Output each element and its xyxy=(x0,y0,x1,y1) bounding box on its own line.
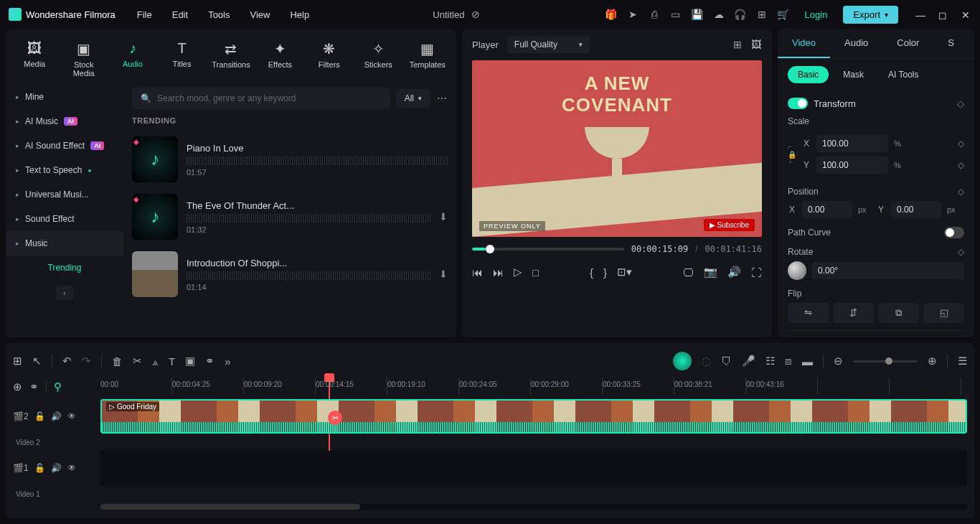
frame-icon[interactable]: ▣ xyxy=(185,355,195,368)
lock-icon[interactable]: 🔓 xyxy=(34,463,45,473)
undo-icon[interactable]: ↶ xyxy=(62,355,72,368)
lock-icon[interactable]: 🔓 xyxy=(34,411,45,421)
headphones-icon[interactable]: 🎧 xyxy=(735,9,746,20)
tab-video[interactable]: Video xyxy=(778,29,830,58)
cut-marker-icon[interactable]: ✂ xyxy=(328,411,342,425)
tab-audio[interactable]: ♪Audio xyxy=(110,36,156,82)
link-scale-icon[interactable]: ⌐🔒└ xyxy=(788,143,796,167)
tab-templates[interactable]: ▦Templates xyxy=(405,36,451,82)
next-frame-icon[interactable]: ⏭ xyxy=(493,266,504,279)
subtab-basic[interactable]: Basic xyxy=(788,66,829,83)
menu-view[interactable]: View xyxy=(250,9,270,20)
mark-in-icon[interactable]: { xyxy=(590,266,593,279)
zoom-in-icon[interactable]: ⊕ xyxy=(928,355,937,368)
more-tools-icon[interactable]: » xyxy=(225,355,230,368)
save-icon[interactable]: 💾 xyxy=(692,9,703,20)
apps-icon[interactable]: ⊞ xyxy=(756,9,768,20)
volume-icon[interactable]: 🔊 xyxy=(727,266,741,279)
category-aimusic[interactable]: ▸AI MusicAI xyxy=(6,109,123,134)
device-icon[interactable]: ⎙ xyxy=(649,9,660,20)
marker-icon[interactable]: ◌ xyxy=(702,355,711,368)
scale-y-input[interactable] xyxy=(816,156,888,174)
audio-item[interactable]: ◆♪Piano In Love01:57 xyxy=(132,131,448,188)
tab-titles[interactable]: TTitles xyxy=(159,36,204,82)
tab-media[interactable]: 🖼Media xyxy=(11,36,57,82)
cloud-icon[interactable]: ☁ xyxy=(713,9,725,20)
menu-file[interactable]: File xyxy=(137,9,152,20)
filter-dropdown[interactable]: All▾ xyxy=(396,89,430,108)
zoom-out-icon[interactable]: ⊖ xyxy=(834,355,843,368)
record-icon[interactable]: ⧇ xyxy=(785,355,792,368)
fullscreen-icon[interactable]: ⛶ xyxy=(751,266,762,279)
pos-y-input[interactable] xyxy=(891,201,941,218)
scale-x-input[interactable] xyxy=(816,135,888,152)
tab-transitions[interactable]: ⇄Transitions xyxy=(208,36,254,82)
tab-more[interactable]: S xyxy=(933,29,969,58)
keyframe-icon[interactable]: ◇ xyxy=(957,98,964,109)
category-universalmusi[interactable]: ▸Universal Musi... xyxy=(6,182,123,207)
close-icon[interactable]: ✕ xyxy=(961,9,971,19)
rotate-input[interactable] xyxy=(812,262,964,279)
cc-icon[interactable]: ▬ xyxy=(802,355,813,368)
video-track-icon[interactable]: 🎬1 xyxy=(13,463,29,473)
cart-icon[interactable]: 🛒 xyxy=(778,9,789,20)
list-icon[interactable]: ☰ xyxy=(958,355,967,368)
category-soundeffect[interactable]: ▸Sound Effect xyxy=(6,207,123,231)
category-aisoundeffect[interactable]: ▸AI Sound EffectAI xyxy=(6,134,123,158)
track-body[interactable] xyxy=(100,451,967,485)
menu-tools[interactable]: Tools xyxy=(208,9,230,20)
cut-icon[interactable]: ✂ xyxy=(133,355,142,368)
subtab-aitools[interactable]: AI Tools xyxy=(878,66,928,83)
track-body[interactable]: ▷ Good Friday ✂ xyxy=(100,399,967,434)
snapshot-icon[interactable]: 📷 xyxy=(704,266,717,279)
scrub-bar[interactable] xyxy=(472,248,624,251)
keyframe-icon[interactable]: ◇ xyxy=(958,160,964,170)
visibility-icon[interactable]: 👁 xyxy=(67,463,76,473)
video-track-icon[interactable]: 🎬2 xyxy=(13,411,29,421)
trending-link[interactable]: Trending xyxy=(6,256,123,280)
category-mine[interactable]: ▸Mine xyxy=(6,85,123,109)
path-curve-toggle[interactable] xyxy=(944,227,964,238)
keyframe-icon[interactable]: ◇ xyxy=(958,187,964,197)
search-input[interactable]: 🔍 Search mood, genre or any keyword xyxy=(132,88,390,109)
mute-icon[interactable]: 🔊 xyxy=(51,463,62,473)
flip-reset-button[interactable]: ◱ xyxy=(923,303,964,323)
link-icon[interactable]: ⚭ xyxy=(205,355,215,368)
delete-icon[interactable]: 🗑 xyxy=(112,355,123,368)
redo-icon[interactable]: ↷ xyxy=(82,355,91,368)
audio-item[interactable]: Introduction Of Shoppi...01:14⬇ xyxy=(132,245,448,303)
visibility-icon[interactable]: 👁 xyxy=(67,411,76,421)
mic-icon[interactable]: 🎤 xyxy=(742,355,755,368)
login-button[interactable]: Login xyxy=(799,6,834,23)
maximize-icon[interactable]: ◻ xyxy=(938,9,948,19)
minimize-icon[interactable]: — xyxy=(915,9,925,19)
flip-h-button[interactable]: ⇋ xyxy=(788,303,829,323)
layout-icon[interactable]: ⊞ xyxy=(13,355,22,368)
send-icon[interactable]: ➤ xyxy=(627,9,639,20)
pointer-icon[interactable]: ↖ xyxy=(32,355,42,368)
menu-edit[interactable]: Edit xyxy=(172,9,188,20)
download-icon[interactable]: ⬇ xyxy=(439,268,448,280)
play-icon[interactable]: ▷ xyxy=(514,266,522,279)
track-link-icon[interactable]: ⚭ xyxy=(29,380,39,393)
keyframe-icon[interactable]: ◇ xyxy=(958,247,964,257)
mark-out-icon[interactable]: } xyxy=(603,266,607,279)
text-icon[interactable]: T xyxy=(169,355,175,368)
prev-frame-icon[interactable]: ⏮ xyxy=(472,266,483,279)
preview-viewport[interactable]: A NEWCOVENANT PREVIEW ONLY ▶Subscribe xyxy=(472,60,762,237)
display-icon[interactable]: 🖵 xyxy=(683,266,694,279)
screen-icon[interactable]: ▭ xyxy=(670,9,682,20)
subtab-mask[interactable]: Mask xyxy=(833,66,874,83)
magnet-icon[interactable]: ⚲ xyxy=(54,380,62,393)
tab-filters[interactable]: ❋Filters xyxy=(306,36,352,82)
shield-icon[interactable]: ⛉ xyxy=(721,355,732,368)
tab-audio[interactable]: Audio xyxy=(830,29,882,58)
tab-effects[interactable]: ✦Effects xyxy=(257,36,303,82)
keyframe-icon[interactable]: ◇ xyxy=(958,139,964,149)
ai-assist-icon[interactable] xyxy=(673,352,692,370)
flip-copy-button[interactable]: ⧉ xyxy=(878,303,919,323)
collapse-sidebar-icon[interactable]: ‹ xyxy=(56,286,73,300)
mute-icon[interactable]: 🔊 xyxy=(51,411,62,421)
cloud-sync-icon[interactable]: ⊘ xyxy=(470,9,481,20)
timeline-ruler[interactable]: 00:0000:00:04:2500:00:09:2000:00:14:1500… xyxy=(100,378,967,395)
